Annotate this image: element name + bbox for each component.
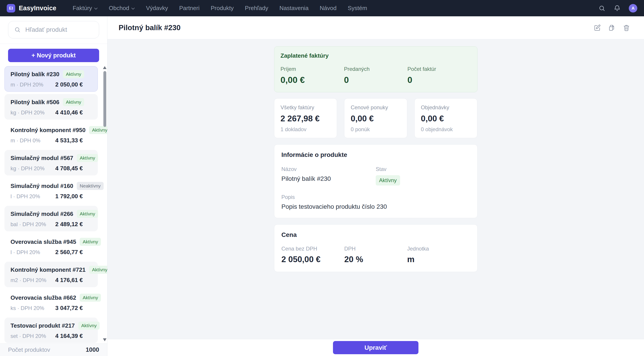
- price-card: Cena Cena bez DPH 2 050,00 € DPH: [274, 224, 478, 272]
- product-list-item[interactable]: Simulačný modul #567 Aktívny kg · DPH 20…: [4, 150, 98, 176]
- product-status-badge: Aktívny: [80, 294, 101, 302]
- product-info-title: Informácie o produkte: [282, 151, 470, 159]
- bell-icon[interactable]: [614, 5, 621, 12]
- nav-item[interactable]: Faktúry: [68, 1, 102, 15]
- new-product-area: + Nový produkt: [0, 44, 107, 65]
- nav-item[interactable]: Výdavky: [141, 1, 172, 15]
- body-row: + Nový produkt Pilotný balík #230 Aktívn…: [0, 16, 644, 356]
- nav-item[interactable]: Nastavenia: [275, 1, 313, 15]
- product-row-top: Simulačný modul #160 Neaktívny: [10, 182, 92, 190]
- edit-icon[interactable]: [594, 24, 601, 31]
- stat-card-label: Všetky faktúry: [280, 104, 331, 111]
- product-row-top: Pilotný balík #230 Aktívny: [10, 70, 92, 78]
- product-info-card: Informácie o produkte Názov Pilotný balí…: [274, 144, 478, 218]
- stat-card-sub: 0 objednávok: [421, 126, 471, 133]
- paid-stat: Predaných 0: [344, 66, 408, 85]
- product-row-bottom: m · DPH 0% 4 531,33 €: [10, 137, 92, 144]
- avatar[interactable]: A: [629, 4, 637, 12]
- app-window: EI EasyInvoice Faktúry Obchod: [0, 0, 644, 356]
- product-name: Pilotný balík #230: [10, 71, 59, 78]
- nav-item[interactable]: Produkty: [206, 1, 238, 15]
- product-price: 3 047,72 €: [55, 305, 83, 312]
- nav-item[interactable]: Partneri: [174, 1, 204, 15]
- nav-item[interactable]: Prehľady: [240, 1, 273, 15]
- product-name: Simulačný modul #266: [10, 210, 73, 217]
- edit-button[interactable]: Upraviť: [333, 341, 418, 354]
- product-row-bottom: l · DPH 20% 2 560,77 €: [10, 249, 92, 256]
- nav-item[interactable]: Obchod: [104, 1, 140, 15]
- product-name: Simulačný modul #567: [10, 155, 73, 162]
- stat-card-label: Cenové ponuky: [351, 104, 401, 111]
- nav-right: A: [598, 4, 637, 12]
- scroll-down-arrow[interactable]: [103, 338, 106, 341]
- nav-items: Faktúry Obchod Výdavky: [68, 1, 372, 15]
- product-status-badge: Aktívny: [63, 98, 84, 106]
- stat-card-value: 0,00 €: [421, 114, 471, 123]
- product-meta: l · DPH 20%: [10, 193, 40, 199]
- product-count-value: 1000: [86, 347, 99, 353]
- main-footer: Upraviť: [108, 339, 644, 356]
- main-panel: Pilotný balík #230 Zaplatené: [108, 16, 644, 356]
- product-row-bottom: bal · DPH 20% 2 489,12 €: [10, 221, 92, 228]
- product-count-label: Počet produktov: [8, 347, 50, 353]
- product-name: Pilotný balík #506: [10, 99, 59, 106]
- product-list-item[interactable]: Overovacia služba #662 Aktívny ks · DPH …: [4, 290, 98, 315]
- product-price: 4 164,39 €: [55, 333, 83, 340]
- sidebar: + Nový produkt Pilotný balík #230 Aktívn…: [0, 16, 108, 356]
- status-badge: Aktívny: [376, 175, 400, 185]
- scrollbar-thumb[interactable]: [104, 71, 106, 127]
- paid-stat-label: Počet faktúr: [408, 66, 471, 72]
- product-price: 2 489,12 €: [55, 221, 83, 228]
- price-field-value: 20 %: [344, 255, 407, 264]
- stat-card-label: Objednávky: [421, 104, 471, 111]
- new-product-button[interactable]: + Nový produkt: [8, 49, 99, 62]
- product-list-item[interactable]: Overovacia služba #945 Aktívny l · DPH 2…: [4, 234, 98, 259]
- product-price: 1 792,00 €: [55, 193, 83, 200]
- nav-item-label: Nastavenia: [280, 5, 308, 12]
- price-field-label: Jednotka: [407, 246, 470, 252]
- search-icon[interactable]: [598, 5, 606, 12]
- product-list-item[interactable]: Simulačný modul #266 Aktívny bal · DPH 2…: [4, 206, 98, 231]
- trash-icon[interactable]: [623, 24, 630, 31]
- field-status: Stav Aktívny: [376, 166, 470, 185]
- product-status-badge: Aktívny: [77, 210, 98, 218]
- product-list-item[interactable]: Pilotný balík #506 Aktívny kg · DPH 20% …: [4, 94, 98, 120]
- product-meta: set · DPH 20%: [10, 333, 46, 339]
- product-list-item[interactable]: Pilotný balík #230 Aktívny m · DPH 20% 2…: [4, 66, 98, 92]
- product-info-grid: Názov Pilotný balík #230 Stav Aktívny Po…: [282, 166, 470, 210]
- scroll-up-arrow[interactable]: [103, 66, 106, 69]
- product-meta: kg · DPH 20%: [10, 110, 44, 116]
- product-price: 2 560,77 €: [55, 249, 83, 256]
- nav-item[interactable]: Systém: [343, 1, 372, 15]
- product-row-top: Overovacia služba #662 Aktívny: [10, 294, 92, 302]
- copy-icon[interactable]: [608, 24, 616, 31]
- product-list-item[interactable]: Simulačný modul #160 Neaktívny l · DPH 2…: [4, 178, 98, 203]
- paid-invoices-title: Zaplatené faktúry: [280, 52, 471, 59]
- paid-invoices-card: Zaplatené faktúry Príjem 0,00 € Predaný: [274, 46, 478, 92]
- nav-item[interactable]: Návod: [315, 1, 341, 15]
- product-name: Overovacia služba #662: [10, 294, 76, 301]
- product-row-top: Overovacia služba #945 Aktívny: [10, 238, 92, 246]
- product-row-bottom: l · DPH 20% 1 792,00 €: [10, 193, 92, 200]
- product-status-badge: Aktívny: [77, 154, 98, 162]
- product-name: Kontrolný komponent #950: [10, 127, 86, 134]
- product-status-badge: Aktívny: [63, 70, 84, 78]
- paid-stat-label: Predaných: [344, 66, 408, 72]
- search-input[interactable]: [25, 26, 93, 33]
- nav-item-label: Partneri: [179, 5, 200, 12]
- product-list-item[interactable]: Testovací produkt #217 Aktívny set · DPH…: [4, 318, 98, 343]
- paid-invoices-stats: Príjem 0,00 € Predaných 0 Poče: [280, 66, 471, 85]
- product-name: Kontrolný komponent #721: [10, 266, 86, 273]
- product-list-item[interactable]: Kontrolný komponent #721 Aktívny m2 · DP…: [4, 262, 98, 287]
- product-list-item[interactable]: Kontrolný komponent #950 Aktívny m · DPH…: [4, 122, 98, 148]
- product-price: 4 708,45 €: [55, 165, 83, 172]
- product-name: Simulačný modul #160: [10, 182, 73, 189]
- price-card-title: Cena: [282, 231, 470, 238]
- nav-item-label: Produkty: [211, 5, 234, 12]
- stat-card-sub: 1 dokladov: [280, 126, 331, 133]
- price-field-label: DPH: [344, 246, 407, 252]
- nav-item-label: Návod: [320, 5, 336, 12]
- product-meta: bal · DPH 20%: [10, 221, 46, 227]
- field-description: Popis Popis testovacieho produktu číslo …: [282, 194, 470, 210]
- app-logo[interactable]: EI: [7, 4, 15, 12]
